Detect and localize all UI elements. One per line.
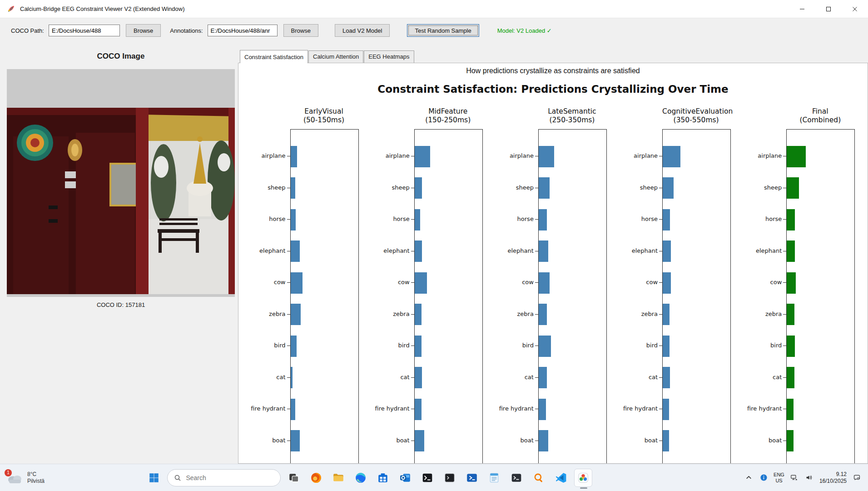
plot-area: [290, 129, 359, 464]
category-label: cat: [612, 374, 658, 381]
category-label: cow: [736, 279, 782, 286]
category-label: bird: [240, 342, 286, 349]
toolbar: COCO Path: Browse Annotations: Browse Lo…: [0, 18, 868, 43]
tab-calcium-attention[interactable]: Calcium Attention: [308, 50, 363, 63]
powershell-icon[interactable]: [463, 469, 481, 487]
category-label: sheep: [736, 184, 782, 191]
category-label: airplane: [736, 152, 782, 159]
close-button[interactable]: [842, 0, 868, 18]
subplot-title: EarlyVisual(50-150ms): [290, 107, 358, 125]
subplot-title: CognitiveEvaluation(350-550ms): [662, 107, 730, 125]
axis-tick: [535, 314, 538, 315]
axis-tick: [535, 282, 538, 283]
axis-tick: [411, 314, 414, 315]
start-button[interactable]: [145, 469, 163, 487]
axis-tick: [535, 441, 538, 441]
network-icon[interactable]: [789, 471, 799, 485]
axis-tick: [535, 156, 538, 156]
axis-tick: [659, 282, 662, 283]
minimize-button[interactable]: [789, 0, 815, 18]
tab-constraint-satisfaction[interactable]: Constraint Satisfaction: [240, 50, 308, 63]
category-label: horse: [488, 215, 534, 222]
category-label: horse: [736, 215, 782, 222]
category-label: fire hydrant: [736, 405, 782, 412]
browse-annotations-button[interactable]: Browse: [283, 24, 318, 37]
category-label: horse: [364, 215, 410, 222]
axis-tick: [411, 441, 414, 441]
bar-cognitive-evaluation-zebra: [663, 304, 670, 325]
axis-tick: [535, 409, 538, 409]
category-label: fire hydrant: [364, 405, 410, 412]
plot-area: [786, 129, 855, 464]
outlook-icon[interactable]: [396, 469, 414, 487]
bar-final-zebra: [787, 304, 794, 325]
bar-early-visual-bird: [291, 336, 297, 357]
edge-icon[interactable]: [352, 469, 370, 487]
bar-final-boat: [787, 430, 794, 451]
bar-early-visual-elephant: [291, 240, 300, 262]
browse-coco-button[interactable]: Browse: [126, 24, 161, 37]
category-label: cow: [612, 279, 658, 286]
search-box[interactable]: [167, 469, 281, 486]
category-label: fire hydrant: [612, 405, 658, 412]
clock[interactable]: 9.12 16/10/2025: [819, 471, 847, 485]
search-app-icon[interactable]: [530, 469, 548, 487]
task-view-icon[interactable]: [285, 469, 303, 487]
category-label: cat: [488, 374, 534, 381]
notification-center-icon[interactable]: [852, 471, 862, 485]
file-explorer-icon[interactable]: [329, 469, 347, 487]
subplot-cognitive-evaluation: CognitiveEvaluation(350-550ms)airplanesh…: [612, 107, 731, 464]
windows-terminal-icon[interactable]: [507, 469, 526, 487]
vscode-icon[interactable]: [552, 469, 570, 487]
category-label: cow: [364, 279, 410, 286]
coco-path-input[interactable]: [49, 25, 120, 36]
bar-mid-feature-cow: [415, 272, 427, 294]
notepad-icon[interactable]: [485, 469, 503, 487]
axis-tick: [659, 346, 662, 346]
axis-tick: [659, 251, 662, 251]
subplot-late-semantic: LateSemantic(250-350ms)airplanesheephors…: [488, 107, 607, 464]
category-label: bird: [488, 342, 534, 349]
tab-eeg-heatmaps[interactable]: EEG Heatmaps: [364, 50, 414, 63]
category-label: cat: [736, 374, 782, 381]
bar-final-cat: [787, 367, 794, 388]
category-label: cow: [488, 279, 534, 286]
taskbar-app-icons: [285, 469, 592, 487]
info-tray-icon[interactable]: [759, 471, 769, 485]
firefox-icon[interactable]: [307, 469, 325, 487]
language-switcher[interactable]: ENG US: [774, 472, 784, 484]
axis-tick: [411, 409, 414, 409]
lang-line2: US: [774, 478, 784, 484]
maximize-button[interactable]: [815, 0, 842, 18]
chevron-up-icon[interactable]: [744, 471, 754, 485]
axis-tick: [287, 188, 290, 188]
bar-mid-feature-elephant: [415, 240, 422, 262]
search-input[interactable]: [185, 474, 274, 482]
bar-late-semantic-sheep: [539, 177, 550, 199]
terminal-icon[interactable]: [441, 469, 459, 487]
photos-icon[interactable]: [574, 469, 592, 487]
test-random-sample-button[interactable]: Test Random Sample: [407, 24, 479, 37]
category-label: horse: [240, 215, 286, 222]
taskbar: 1 8°C Pilvistä ENG: [0, 464, 868, 491]
axis-tick: [659, 219, 662, 220]
axis-tick: [783, 188, 786, 188]
subplot-title: Final(Combined): [786, 107, 854, 125]
bar-final-elephant: [787, 240, 795, 262]
bar-cognitive-evaluation-sheep: [663, 177, 674, 199]
volume-icon[interactable]: [804, 471, 814, 485]
annotations-input[interactable]: [208, 25, 278, 36]
store-icon[interactable]: [374, 469, 392, 487]
weather-temp: 8°C: [27, 471, 45, 478]
weather-widget[interactable]: 1 8°C Pilvistä: [0, 467, 49, 489]
bar-final-bird: [787, 336, 795, 357]
subplot-title: LateSemantic(250-350ms): [538, 107, 606, 125]
coco-path-label: COCO Path:: [11, 27, 44, 34]
load-v2-model-button[interactable]: Load V2 Model: [335, 24, 390, 37]
bar-mid-feature-zebra: [415, 304, 422, 325]
bar-cognitive-evaluation-elephant: [663, 240, 671, 262]
axis-tick: [535, 377, 538, 378]
category-label: cat: [240, 374, 286, 381]
category-label: elephant: [364, 247, 410, 254]
command-prompt-icon[interactable]: [418, 469, 436, 487]
